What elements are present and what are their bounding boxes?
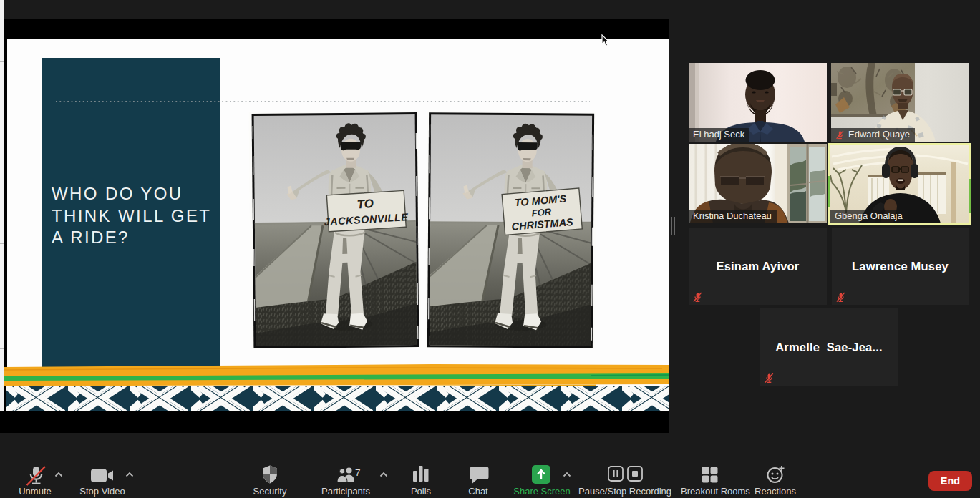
svg-text:TO: TO xyxy=(356,197,374,211)
svg-text:FOR: FOR xyxy=(531,206,552,218)
